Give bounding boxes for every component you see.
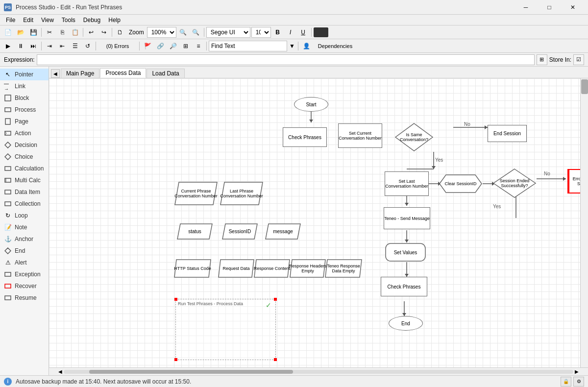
sidebar-item-dataitem[interactable]: Data Item: [0, 186, 49, 198]
new-button[interactable]: 📄: [2, 27, 14, 38]
indent-button[interactable]: ⇥: [44, 41, 55, 51]
list-button[interactable]: ☰: [69, 41, 81, 51]
horizontal-scrollbar[interactable]: ◀ ▶: [49, 367, 588, 375]
hscroll-track[interactable]: [64, 370, 573, 374]
italic-button[interactable]: I: [285, 27, 296, 38]
menu-help[interactable]: Help: [104, 16, 124, 24]
font-family-select[interactable]: Segoe UI: [206, 27, 250, 38]
node-response-headers[interactable]: Response Headers Empty: [288, 259, 327, 278]
bold-button[interactable]: B: [272, 27, 284, 38]
search-button[interactable]: 🔎: [167, 41, 179, 51]
outdent-button[interactable]: ⇤: [56, 41, 68, 51]
expr-expand-button[interactable]: ⊞: [537, 54, 547, 65]
node-is-same-conv[interactable]: Is Same Conversation?: [394, 122, 434, 152]
sidebar-item-link[interactable]: —→ Link: [0, 80, 49, 92]
undo-button[interactable]: ↩: [85, 27, 97, 38]
node-http-status[interactable]: HTTP Status Code: [172, 259, 213, 278]
expression-input[interactable]: [37, 54, 535, 65]
sidebar-item-exception[interactable]: Exception: [0, 268, 49, 280]
node-check-phrases-2[interactable]: Check Phrases: [381, 277, 427, 296]
sidebar-item-action[interactable]: Action: [0, 127, 49, 139]
node-teneo-response[interactable]: Teneo Response Data Empty: [323, 259, 364, 278]
sidebar-item-anchor[interactable]: ⚓ Anchor: [0, 233, 49, 245]
node-end-session[interactable]: End Session: [488, 125, 527, 142]
tab-load-data[interactable]: Load Data: [147, 69, 184, 78]
underline-button[interactable]: U: [297, 27, 309, 38]
node-response-content[interactable]: Response Content: [252, 259, 292, 278]
sidebar-item-block[interactable]: Block: [0, 92, 49, 104]
node-end[interactable]: End: [389, 316, 423, 331]
node-check-phrases-1[interactable]: Check Phrases: [283, 127, 327, 147]
grid-button[interactable]: ⊞: [180, 41, 192, 51]
pause-button[interactable]: ⏸: [15, 41, 26, 51]
menu-edit[interactable]: Edit: [19, 16, 37, 24]
node-current-phrase[interactable]: Current Phrase Conversation Number: [174, 181, 218, 206]
maximize-button[interactable]: □: [538, 0, 561, 15]
errors-button[interactable]: (0) Errors: [98, 41, 137, 51]
find-text-input[interactable]: [209, 41, 287, 51]
minimize-button[interactable]: ─: [514, 0, 537, 15]
sidebar-item-calculation[interactable]: Calculation: [0, 163, 49, 174]
vscroll-thumb[interactable]: [581, 79, 588, 94]
redo-button[interactable]: ↪: [98, 27, 110, 38]
tab-process-data[interactable]: Process Data: [100, 68, 146, 78]
menu-tools[interactable]: Tools: [58, 16, 79, 24]
node-status[interactable]: status: [176, 223, 213, 240]
node-clear-sessionid[interactable]: Clear SessionID: [439, 174, 483, 194]
tab-main-page[interactable]: Main Page: [61, 69, 99, 78]
sidebar-item-loop[interactable]: ↻ Loop: [0, 210, 49, 221]
sidebar-item-resume[interactable]: Resume: [0, 292, 49, 304]
sidebar-item-collection[interactable]: Collection: [0, 198, 49, 210]
node-request-data[interactable]: Request Data: [217, 259, 256, 278]
hscroll-thumb[interactable]: [89, 370, 293, 374]
node-sessionid[interactable]: SessionID: [221, 223, 258, 240]
hscroll-right[interactable]: ▶: [573, 368, 580, 375]
paste-button[interactable]: 📋: [69, 27, 81, 38]
list2-button[interactable]: ≡: [193, 41, 204, 51]
tab-collapse-button[interactable]: ◀: [51, 69, 60, 78]
zoom-in-button[interactable]: 🔍: [177, 27, 189, 38]
link-button[interactable]: 🔗: [154, 41, 166, 51]
node-set-last-conv[interactable]: Set Last Conversation Number: [385, 171, 429, 196]
node-message[interactable]: message: [265, 223, 301, 240]
cut-button[interactable]: ✂: [44, 27, 55, 38]
sidebar-item-note[interactable]: 📝 Note: [0, 221, 49, 233]
save-button[interactable]: 💾: [27, 27, 39, 38]
hscroll-left[interactable]: ◀: [57, 368, 64, 375]
canvas[interactable]: No Yes No: [49, 78, 588, 367]
sidebar-item-decision[interactable]: Decision: [0, 139, 49, 151]
node-session-ended[interactable]: Session Ended Successfully?: [492, 168, 537, 198]
sidebar-item-alert[interactable]: ⚠ Alert: [0, 257, 49, 268]
status-btn-2[interactable]: ⚙: [573, 377, 584, 387]
node-set-current-conv[interactable]: Set Current Conversation Number: [338, 123, 382, 148]
copy-button[interactable]: ⎘: [56, 27, 68, 38]
step-button[interactable]: ⏭: [27, 41, 39, 51]
user-button[interactable]: 👤: [300, 41, 312, 51]
font-size-select[interactable]: 10: [251, 27, 271, 38]
node-last-phrase[interactable]: Last Phrase Conversation Number: [220, 181, 264, 206]
store-select-button[interactable]: ☑: [573, 54, 584, 65]
menu-view[interactable]: View: [37, 16, 58, 24]
menu-debug[interactable]: Debug: [79, 16, 104, 24]
node-set-values[interactable]: Set Values: [385, 242, 426, 262]
run-button[interactable]: ▶: [2, 41, 14, 51]
zoom-select[interactable]: 100%75%150%: [147, 27, 176, 38]
status-btn-1[interactable]: 🔒: [561, 377, 571, 387]
flag-button[interactable]: 🚩: [142, 41, 153, 51]
menu-file[interactable]: File: [2, 16, 19, 24]
sidebar-item-choice[interactable]: Choice: [0, 151, 49, 163]
open-button[interactable]: 📂: [15, 27, 26, 38]
vertical-scrollbar[interactable]: [580, 78, 588, 367]
node-teneo-send[interactable]: Teneo - Send Message: [384, 207, 430, 229]
sidebar-item-process[interactable]: Process: [0, 104, 49, 116]
node-start[interactable]: Start: [294, 97, 328, 112]
sidebar-item-page[interactable]: Page: [0, 116, 49, 127]
page-button[interactable]: 🗋: [114, 27, 126, 38]
refresh-button[interactable]: ↺: [82, 41, 94, 51]
sidebar-item-recover[interactable]: Recover: [0, 280, 49, 292]
selection-box[interactable]: Run Test Phrases - Process Data ✓: [175, 299, 276, 360]
find-dropdown[interactable]: ▼: [288, 41, 296, 51]
sidebar-item-multicalc[interactable]: Multi Calc: [0, 174, 49, 186]
dependencies-button[interactable]: Dependencies: [313, 41, 357, 51]
sidebar-item-pointer[interactable]: ↖ Pointer: [0, 69, 49, 80]
